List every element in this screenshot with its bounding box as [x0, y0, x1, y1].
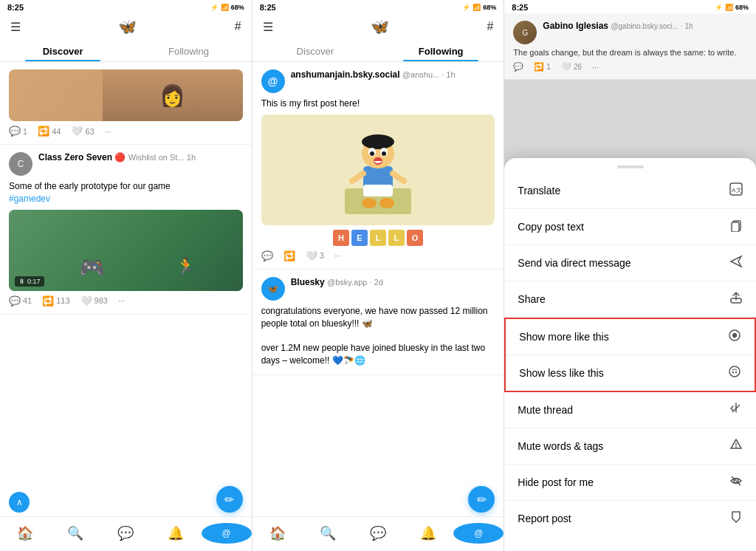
collapse-btn-1[interactable]: ∧	[9, 492, 30, 513]
svg-rect-18	[732, 222, 739, 232]
profile-nav-2[interactable]: @	[453, 523, 504, 544]
svg-point-28	[735, 446, 737, 448]
bottom-nav-2: 🏠 🔍 💬 🔔 @	[252, 516, 504, 551]
svg-rect-9	[363, 185, 393, 196]
avatar-class: C	[9, 152, 32, 176]
menu-mute-thread[interactable]: Mute thread	[504, 392, 756, 428]
menu-copy[interactable]: Copy post text	[504, 209, 756, 245]
copy-icon	[729, 219, 743, 235]
post-class-zero: C Class Zero Seven 🔴 Wishlist on St... 1…	[0, 145, 252, 315]
home-nav-2[interactable]: 🏠	[252, 523, 303, 544]
svg-point-7	[382, 151, 386, 156]
hash-icon-2[interactable]: #	[487, 20, 493, 33]
comment-gabino: 💬	[513, 62, 523, 72]
menu-icon-1[interactable]: ☰	[10, 20, 21, 34]
svg-point-24	[735, 372, 737, 373]
svg-point-23	[732, 372, 734, 373]
panel-3: 8:25 ⚡ 📶 68% G Gabino Iglesias @gabino.b…	[504, 0, 756, 551]
post-image-shinchan	[261, 114, 495, 225]
comment-anshu[interactable]: 💬	[261, 250, 273, 261]
search-nav-1[interactable]: 🔍	[50, 523, 100, 544]
time-3: 8:25	[512, 3, 528, 12]
wifi-icon-3: 📶	[725, 4, 733, 11]
context-menu: Translate A文 Copy post text Send via dir…	[504, 158, 756, 551]
like-class[interactable]: 🤍983	[80, 295, 108, 307]
notifications-nav-1[interactable]: 🔔	[151, 523, 201, 544]
shinchan-svg	[345, 126, 411, 214]
gamedev-link[interactable]: #gamedev	[9, 194, 50, 204]
status-icons-2: ⚡ 📶 68%	[462, 4, 496, 11]
more-class[interactable]: ···	[118, 296, 125, 305]
more-anshu[interactable]: ···	[334, 251, 341, 260]
post-item-top: 👩 💬1 🔁44 🤍63 ···	[0, 62, 252, 145]
like-gabino: 🤍26	[561, 62, 582, 72]
panel-2: 8:25 ⚡ 📶 68% ☰ 🦋 # Discover Following	[252, 0, 505, 551]
like-anshu[interactable]: 🤍3	[306, 250, 324, 261]
menu-show-more[interactable]: Show more like this	[506, 319, 755, 355]
retweet-action-top[interactable]: 🔁44	[38, 126, 61, 137]
tab-discover-2[interactable]: Discover	[252, 40, 378, 61]
messages-nav-2[interactable]: 💬	[353, 523, 403, 544]
share-icon	[729, 291, 743, 307]
nav-bar-2: ☰ 🦋 #	[252, 13, 504, 40]
report-icon	[729, 510, 743, 527]
sheet-handle	[617, 165, 644, 168]
retweet-anshu[interactable]: 🔁	[284, 250, 295, 261]
author-class: Class Zero Seven 🔴 Wishlist on St... 1h	[38, 152, 243, 162]
menu-translate[interactable]: Translate A文	[504, 173, 756, 209]
post-actions-gabino: 💬 🔁1 🤍26 ···	[513, 62, 747, 72]
comment-action-top[interactable]: 💬1	[9, 126, 27, 137]
video-post[interactable]: 🎮 🏃 ⏸0:17	[9, 210, 243, 291]
wifi-icon-2: 📶	[472, 4, 481, 11]
profile-nav-1[interactable]: @	[202, 523, 252, 544]
tab-following-2[interactable]: Following	[378, 40, 504, 61]
svg-point-11	[379, 198, 394, 208]
menu-hide-post[interactable]: Hide post for me	[504, 465, 756, 501]
butterfly-logo-2: 🦋	[371, 18, 389, 35]
battery-icon: 68%	[231, 4, 244, 11]
post-text-bluesky: congratulations everyone, we have now pa…	[261, 305, 495, 367]
tab-discover-1[interactable]: Discover	[0, 40, 126, 61]
retweet-class[interactable]: 🔁113	[42, 295, 69, 307]
messages-nav-1[interactable]: 💬	[100, 523, 151, 544]
svg-line-13	[393, 174, 404, 181]
post-bluesky: 🦋 Bluesky @bsky.app · 2d congratulations…	[252, 270, 504, 375]
feed-2: @ anshumanjain.bsky.social @anshu... · 1…	[252, 62, 504, 516]
search-nav-2[interactable]: 🔍	[303, 523, 353, 544]
bottom-nav-1: 🏠 🔍 💬 🔔 @	[0, 516, 252, 551]
menu-mute-words[interactable]: Mute words & tags	[504, 428, 756, 465]
comment-class[interactable]: 💬41	[9, 295, 32, 307]
menu-report[interactable]: Report post	[504, 501, 756, 536]
tab-bar-2: Discover Following	[252, 40, 504, 62]
menu-show-less[interactable]: Show less like this	[506, 355, 755, 391]
status-icons-1: ⚡ 📶 68%	[210, 4, 244, 11]
post-header-gabino: G Gabino Iglesias @gabino.bsky.soci... ·…	[513, 21, 747, 44]
mute-thread-icon	[729, 402, 743, 418]
home-nav-1[interactable]: 🏠	[0, 523, 50, 544]
post-text-anshu: This is my first post here!	[261, 97, 495, 110]
like-action-top[interactable]: 🤍63	[71, 126, 94, 137]
more-action-top[interactable]: ···	[105, 127, 111, 136]
post-actions-top: 💬1 🔁44 🤍63 ···	[9, 126, 243, 137]
nav-bar-1: ☰ 🦋 #	[0, 13, 252, 40]
feed-1: 👩 💬1 🔁44 🤍63 ··· C Class Zero Seven 🔴 Wi…	[0, 62, 252, 516]
menu-share[interactable]: Share	[504, 281, 756, 318]
menu-icon-2[interactable]: ☰	[263, 20, 273, 34]
post-actions-anshu: 💬 🔁 🤍3 ···	[261, 250, 495, 261]
compose-btn-1[interactable]: ✏	[216, 486, 243, 513]
menu-dm[interactable]: Send via direct message	[504, 245, 756, 281]
bluetooth-icon-2: ⚡	[462, 4, 470, 11]
svg-point-3	[362, 134, 394, 149]
post-meta-gabino: Gabino Iglesias @gabino.bsky.soci... · 1…	[543, 21, 747, 31]
svg-point-6	[370, 151, 374, 156]
more-gabino[interactable]: ···	[592, 63, 599, 72]
wifi-icon: 📶	[221, 4, 229, 11]
show-less-icon	[728, 365, 741, 381]
svg-line-12	[352, 174, 363, 181]
hash-icon-1[interactable]: #	[235, 20, 241, 33]
video-timer: ⏸0:17	[15, 276, 44, 287]
notifications-nav-2[interactable]: 🔔	[403, 523, 453, 544]
hello-blocks: H E L L O	[261, 230, 495, 246]
tab-following-1[interactable]: Following	[126, 40, 251, 61]
post-text-gabino: The goals change, but the dream is alway…	[513, 47, 747, 58]
